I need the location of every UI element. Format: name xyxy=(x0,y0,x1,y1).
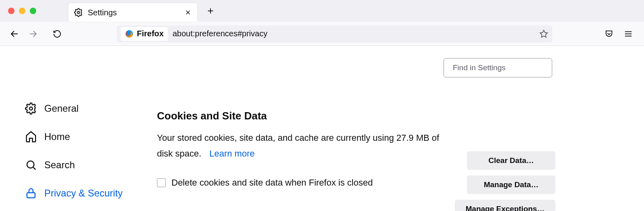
manage-data-button[interactable]: Manage Data… xyxy=(467,175,555,194)
search-icon xyxy=(25,159,37,171)
section-heading: Cookies and Site Data xyxy=(157,110,555,122)
settings-main: Cookies and Site Data Your stored cookie… xyxy=(153,46,644,211)
sidebar-item-label: General xyxy=(44,103,78,114)
clear-data-button[interactable]: Clear Data… xyxy=(467,151,555,170)
firefox-icon xyxy=(125,29,134,38)
sidebar-item-home[interactable]: Home xyxy=(25,123,153,151)
browser-tab[interactable]: Settings xyxy=(68,3,197,22)
delete-on-close-checkbox[interactable] xyxy=(157,178,166,187)
navigation-toolbar: Firefox about:preferences#privacy xyxy=(0,22,644,46)
settings-search-input[interactable] xyxy=(453,63,548,72)
settings-content: General Home Search Privacy & Security C… xyxy=(0,46,644,211)
window-controls xyxy=(8,8,36,14)
gear-icon xyxy=(25,102,37,115)
sidebar-item-privacy[interactable]: Privacy & Security xyxy=(25,179,153,207)
reload-button[interactable] xyxy=(50,27,64,41)
sidebar-item-label: Search xyxy=(44,159,75,171)
sidebar-item-label: Home xyxy=(44,131,70,142)
url-bar[interactable]: Firefox about:preferences#privacy xyxy=(117,25,552,42)
svg-point-13 xyxy=(27,161,34,168)
new-tab-button[interactable] xyxy=(206,6,215,15)
svg-point-0 xyxy=(77,11,80,14)
svg-rect-15 xyxy=(27,193,35,198)
svg-marker-8 xyxy=(540,30,547,37)
settings-sidebar: General Home Search Privacy & Security xyxy=(0,46,153,211)
svg-point-12 xyxy=(29,107,33,110)
manage-exceptions-button[interactable]: Manage Exceptions… xyxy=(455,200,555,211)
section-description: Your stored cookies, site data, and cach… xyxy=(157,130,455,161)
settings-search[interactable] xyxy=(444,58,552,77)
learn-more-link[interactable]: Learn more xyxy=(209,148,255,159)
menu-icon[interactable] xyxy=(624,29,633,38)
forward-button[interactable] xyxy=(26,27,40,41)
gear-icon xyxy=(74,8,83,17)
checkbox-label: Delete cookies and site data when Firefo… xyxy=(171,178,373,188)
close-icon[interactable] xyxy=(184,9,192,16)
description-text: Your stored cookies, site data, and cach… xyxy=(157,133,439,159)
home-icon xyxy=(25,131,37,143)
delete-on-close-row: Delete cookies and site data when Firefo… xyxy=(157,178,455,188)
window-minimize-button[interactable] xyxy=(19,8,25,14)
toolbar-right xyxy=(605,29,633,38)
window-maximize-button[interactable] xyxy=(30,8,36,14)
tab-title: Settings xyxy=(88,8,184,17)
sidebar-item-general[interactable]: General xyxy=(25,94,153,123)
window-close-button[interactable] xyxy=(8,8,14,14)
bookmark-star-icon[interactable] xyxy=(539,29,548,38)
back-button[interactable] xyxy=(7,27,22,41)
url-text: about:preferences#privacy xyxy=(173,29,539,38)
svg-line-14 xyxy=(33,167,35,169)
identity-box[interactable]: Firefox xyxy=(121,27,168,41)
sidebar-item-search[interactable]: Search xyxy=(25,151,153,179)
pocket-icon[interactable] xyxy=(605,29,613,38)
identity-label: Firefox xyxy=(137,29,164,38)
cookies-section: Cookies and Site Data Your stored cookie… xyxy=(157,110,555,211)
lock-icon xyxy=(25,187,37,199)
button-column: Clear Data… Manage Data… Manage Exceptio… xyxy=(467,151,555,211)
sidebar-item-label: Privacy & Security xyxy=(44,188,123,199)
tab-strip: Settings xyxy=(0,0,644,22)
